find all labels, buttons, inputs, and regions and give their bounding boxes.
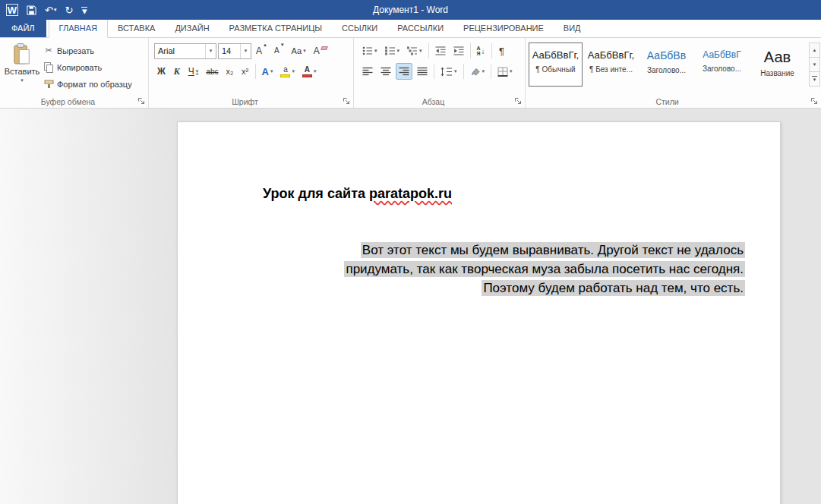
italic-button[interactable]: К xyxy=(170,63,184,80)
paste-label: Вставить xyxy=(5,67,40,76)
tab-mailings[interactable]: РАССЫЛКИ xyxy=(387,19,453,37)
underline-button[interactable]: Ч xyxy=(185,63,202,80)
paragraph-dialog-launcher[interactable] xyxy=(513,96,523,106)
grow-font-letter: А xyxy=(256,46,262,56)
style-title[interactable]: Аав Название xyxy=(750,43,804,87)
styles-scroll-up-button[interactable]: ▲ xyxy=(810,43,819,58)
style-heading2[interactable]: АаБбВвГ Заголово... xyxy=(695,43,749,87)
bullets-button[interactable] xyxy=(359,43,381,59)
multilevel-list-button[interactable] xyxy=(404,43,425,59)
redo-icon: ↻ xyxy=(65,5,73,16)
tab-insert[interactable]: ВСТАВКА xyxy=(108,19,165,37)
styles-more-button[interactable]: ▼ xyxy=(810,72,819,86)
ribbon-tab-row: ФАЙЛ ГЛАВНАЯ ВСТАВКА ДИЗАЙН РАЗМЕТКА СТР… xyxy=(0,20,821,38)
font-name-value: Arial xyxy=(155,46,205,55)
highlight-color-button[interactable]: а xyxy=(277,63,298,80)
style-normal[interactable]: АаБбВвГг, ¶ Обычный xyxy=(529,43,583,87)
shading-button[interactable] xyxy=(467,63,488,80)
numbering-icon xyxy=(385,46,396,55)
undo-caret-icon[interactable]: ▾ xyxy=(54,7,57,13)
align-center-icon xyxy=(381,67,391,77)
font-separator xyxy=(255,64,256,79)
style-name: Название xyxy=(760,69,794,77)
decrease-indent-button[interactable] xyxy=(432,43,449,59)
align-center-button[interactable] xyxy=(377,63,394,80)
tab-file[interactable]: ФАЙЛ xyxy=(0,19,46,37)
styles-dialog-launcher[interactable] xyxy=(810,96,819,106)
copy-button[interactable]: Копировать xyxy=(43,60,132,74)
paragraph-group-label: Абзац xyxy=(354,97,513,106)
styles-scroll-down-button[interactable]: ▼ xyxy=(810,58,819,72)
redo-button[interactable]: ↻ xyxy=(65,5,73,16)
clipboard-group: Вставить ▾ ✂ Вырезать Копировать Формат … xyxy=(0,38,149,108)
qat-bar-icon xyxy=(81,7,87,8)
font-size-combo[interactable]: 14 ▾ xyxy=(218,43,251,59)
heading-text: Урок для сайта xyxy=(263,186,369,201)
justify-button[interactable] xyxy=(414,63,431,80)
text-effects-button[interactable]: А xyxy=(259,63,276,80)
style-preview: АаБбВвГг, xyxy=(588,49,634,61)
grow-arrow-icon: ▲ xyxy=(263,43,267,47)
clear-formatting-button[interactable]: А xyxy=(311,43,330,59)
align-left-button[interactable] xyxy=(359,63,376,80)
document-heading[interactable]: Урок для сайта paratapok.ru xyxy=(263,184,745,203)
show-marks-button[interactable]: ¶ xyxy=(495,43,509,59)
style-heading1[interactable]: АаБбВв Заголово... xyxy=(639,43,693,87)
more-bar-icon xyxy=(812,76,817,77)
align-left-icon xyxy=(362,67,373,77)
eraser-icon xyxy=(321,46,328,50)
font-dialog-launcher[interactable] xyxy=(342,96,351,106)
paste-caret-icon[interactable]: ▾ xyxy=(21,77,24,83)
paragraph-row-1: АЯ ↓ ¶ xyxy=(359,43,509,59)
selected-text: придумать, так как творческая муза забыл… xyxy=(344,261,745,277)
font-name-combo[interactable]: Arial ▾ xyxy=(154,43,216,59)
paste-icon xyxy=(13,43,31,65)
subscript-button[interactable]: х₂ xyxy=(223,63,237,80)
undo-button[interactable]: ↶▾ xyxy=(45,5,56,16)
font-name-caret-icon[interactable]: ▾ xyxy=(205,44,216,58)
tab-references[interactable]: ССЫЛКИ xyxy=(332,19,387,37)
grow-font-button[interactable]: А▲ xyxy=(253,43,270,59)
title-bar: Документ1 - Word W ↶▾ ↻ ▾ xyxy=(0,0,821,20)
font-group: Arial ▾ 14 ▾ А▲ А▼ Аа А Ж К Ч abc х₂ х² xyxy=(149,38,354,108)
undo-icon: ↶ xyxy=(45,5,53,16)
format-painter-button[interactable]: Формат по образцу xyxy=(43,77,132,91)
change-case-button[interactable]: Аа xyxy=(289,43,309,59)
paragraph-separator-4 xyxy=(434,64,434,79)
tab-page-layout[interactable]: РАЗМЕТКА СТРАНИЦЫ xyxy=(219,19,332,37)
superscript-button[interactable]: х² xyxy=(238,63,252,80)
save-icon[interactable] xyxy=(27,5,36,15)
paste-button[interactable]: Вставить ▾ xyxy=(4,42,40,92)
document-area[interactable]: Урок для сайта paratapok.ru Вот этот тек… xyxy=(0,109,821,504)
pilcrow-icon: ¶ xyxy=(499,46,504,57)
multilevel-list-icon xyxy=(407,46,418,55)
style-preview: АаБбВв xyxy=(647,49,686,61)
strikethrough-button[interactable]: abc xyxy=(203,63,221,80)
copy-icon xyxy=(43,62,54,72)
font-size-caret-icon[interactable]: ▾ xyxy=(240,44,251,58)
style-name: ¶ Без инте... xyxy=(589,65,633,74)
document-page[interactable]: Урок для сайта paratapok.ru Вот этот тек… xyxy=(177,121,781,504)
selected-paragraph[interactable]: Вот этот текст мы будем выравнивать. Дру… xyxy=(276,241,745,298)
line-spacing-icon xyxy=(440,67,453,77)
cut-button[interactable]: ✂ Вырезать xyxy=(43,43,132,58)
tab-design[interactable]: ДИЗАЙН xyxy=(165,19,219,37)
paragraph-separator-5 xyxy=(463,64,464,79)
clipboard-dialog-launcher[interactable] xyxy=(137,96,146,106)
tab-review[interactable]: РЕЦЕНЗИРОВАНИЕ xyxy=(453,19,554,37)
font-color-icon: А xyxy=(302,66,312,77)
font-color-button[interactable]: А xyxy=(299,63,320,80)
sort-button[interactable]: АЯ ↓ xyxy=(474,43,488,59)
borders-button[interactable] xyxy=(494,63,516,80)
bold-button[interactable]: Ж xyxy=(154,63,169,80)
increase-indent-button[interactable] xyxy=(450,43,467,59)
tab-home[interactable]: ГЛАВНАЯ xyxy=(49,19,108,38)
tab-view[interactable]: ВИД xyxy=(554,19,591,37)
customize-qat-button[interactable]: ▾ xyxy=(81,7,87,13)
borders-icon xyxy=(497,67,508,77)
align-right-button[interactable] xyxy=(396,63,412,80)
numbering-button[interactable] xyxy=(382,43,403,59)
style-no-spacing[interactable]: АаБбВвГг, ¶ Без инте... xyxy=(584,43,638,87)
shrink-font-button[interactable]: А▼ xyxy=(271,43,287,59)
line-spacing-button[interactable] xyxy=(437,63,460,80)
